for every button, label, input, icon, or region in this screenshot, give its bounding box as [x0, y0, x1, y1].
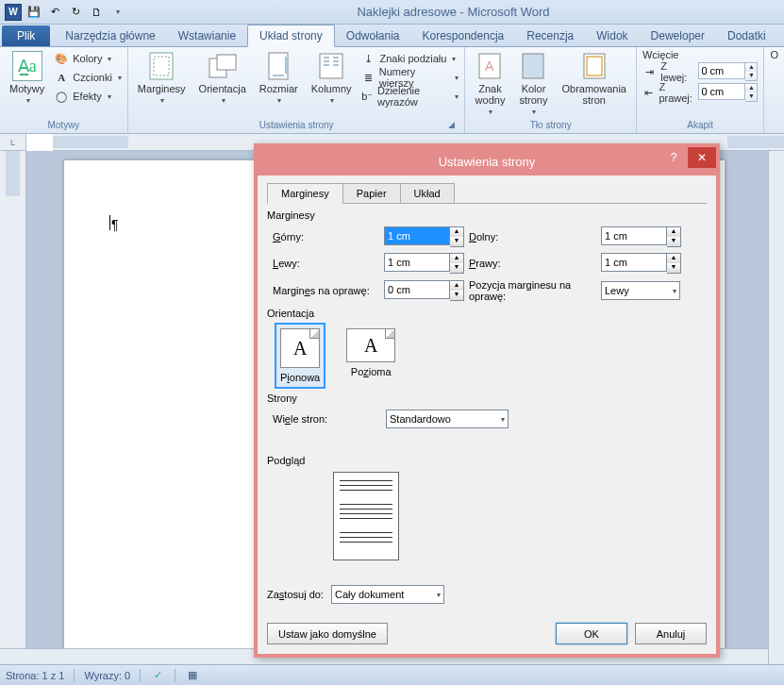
file-tab[interactable]: Plik: [2, 25, 50, 46]
breaks-button[interactable]: ⤓Znaki podziału▾: [361, 49, 459, 68]
dialog-body: Marginesy Papier Układ Marginesy Górny: …: [258, 175, 716, 654]
indent-right-icon: ⇤: [642, 85, 655, 100]
spin-down[interactable]: ▼: [667, 263, 680, 273]
tab-paper[interactable]: Papier: [342, 183, 401, 203]
line-numbers-button[interactable]: ≣Numery wierszy▾: [361, 68, 459, 87]
fonts-button[interactable]: ACzcionki▾: [54, 68, 122, 87]
status-page[interactable]: Strona: 1 z 1: [6, 670, 64, 681]
tab-page-layout[interactable]: Układ strony: [247, 25, 335, 47]
effects-button[interactable]: ◯Efekty▾: [54, 87, 122, 106]
macro-icon[interactable]: ▦: [185, 668, 200, 683]
chevron-down-icon: ▾: [108, 92, 111, 101]
columns-button[interactable]: Kolumny▾: [308, 49, 356, 107]
status-words[interactable]: Wyrazy: 0: [84, 670, 130, 681]
chevron-down-icon: ▾: [673, 287, 676, 295]
breaks-icon: ⤓: [361, 51, 376, 66]
tab-review[interactable]: Recenzja: [515, 25, 585, 46]
spin-up[interactable]: ▲: [745, 63, 757, 72]
tab-margins[interactable]: Marginesy: [267, 183, 343, 204]
cancel-button[interactable]: Anuluj: [635, 623, 707, 644]
spin-up[interactable]: ▲: [450, 227, 463, 237]
section-pages: Strony: [267, 393, 707, 404]
hyphenation-button[interactable]: b⁻Dzielenie wyrazów▾: [361, 87, 459, 106]
tab-insert[interactable]: Wstawianie: [167, 25, 247, 46]
tab-selector[interactable]: L: [0, 134, 26, 151]
hyphenation-icon: b⁻: [361, 89, 374, 104]
vertical-ruler[interactable]: [0, 151, 26, 666]
input-bottom[interactable]: [601, 226, 667, 245]
undo-button[interactable]: ↶: [45, 3, 64, 22]
spin-up[interactable]: ▲: [450, 254, 463, 263]
chevron-down-icon: ▾: [160, 96, 164, 105]
dialog-titlebar[interactable]: Ustawienia strony ? ✕: [258, 147, 716, 175]
spin-down[interactable]: ▼: [667, 237, 680, 246]
group-themes: A̲a Motywy ▾ 🎨Kolory▾ ACzcionki▾ ◯Efekty…: [0, 47, 128, 133]
indent-left-input[interactable]: [698, 62, 745, 79]
indent-left-icon: ⇥: [642, 64, 657, 79]
portrait-icon: A: [280, 328, 320, 368]
orientation-row: A Pionowa A Pozioma: [276, 325, 707, 387]
input-left[interactable]: [384, 253, 450, 272]
watermark-button[interactable]: AZnak wodny▾: [471, 49, 509, 118]
close-button[interactable]: ✕: [688, 147, 716, 168]
spin-up[interactable]: ▲: [667, 254, 680, 263]
tab-addins[interactable]: Dodatki: [716, 25, 777, 46]
tab-references[interactable]: Odwołania: [335, 25, 411, 46]
indent-right-input[interactable]: [698, 83, 745, 100]
chevron-down-icon: ▾: [489, 108, 492, 116]
select-multi-pages[interactable]: Standardowo▾: [386, 409, 509, 428]
chevron-down-icon: ▾: [455, 92, 459, 101]
tab-developer[interactable]: Deweloper: [640, 25, 716, 46]
line-numbers-icon: ≣: [361, 70, 375, 85]
colors-icon: 🎨: [54, 51, 69, 66]
orientation-button[interactable]: Orientacja▾: [195, 49, 250, 107]
spin-down[interactable]: ▼: [745, 72, 757, 80]
caret: [109, 215, 110, 230]
input-top[interactable]: [384, 226, 450, 245]
spin-up[interactable]: ▲: [450, 281, 463, 291]
tab-view[interactable]: Widok: [585, 25, 639, 46]
text-cursor: ¶: [111, 217, 119, 232]
themes-button[interactable]: A̲a Motywy ▾: [6, 49, 48, 107]
ribbon: A̲a Motywy ▾ 🎨Kolory▾ ACzcionki▾ ◯Efekty…: [0, 47, 784, 134]
save-icon: 💾: [26, 5, 42, 20]
spin-down[interactable]: ▼: [450, 291, 463, 300]
dialog-buttons: OK Anuluj: [556, 623, 707, 644]
orientation-landscape[interactable]: A Pozioma: [342, 325, 399, 387]
qat-item[interactable]: 🗋: [87, 3, 106, 22]
select-gutter-pos[interactable]: Lewy▾: [601, 281, 680, 300]
word-icon[interactable]: W: [4, 3, 23, 22]
margins-button[interactable]: Marginesy▾: [134, 49, 190, 107]
chevron-down-icon: ▾: [437, 591, 441, 599]
theme-options: 🎨Kolory▾ ACzcionki▾ ◯Efekty▾: [54, 49, 122, 106]
spin-down[interactable]: ▼: [745, 92, 757, 101]
spin-up[interactable]: ▲: [745, 84, 757, 92]
ok-button[interactable]: OK: [556, 623, 627, 644]
page-borders-button[interactable]: Obramowania stron: [558, 49, 629, 108]
select-apply-to[interactable]: Cały dokument▾: [331, 585, 444, 604]
redo-button[interactable]: ↻: [66, 3, 85, 22]
tab-home[interactable]: Narzędzia główne: [54, 25, 166, 46]
label-left: Lewy:: [273, 258, 384, 269]
qat-customize[interactable]: ▾: [108, 3, 126, 22]
help-button[interactable]: ?: [659, 147, 688, 168]
chevron-down-icon: ▾: [26, 96, 30, 105]
tab-mailings[interactable]: Korespondencja: [411, 25, 516, 46]
set-default-button[interactable]: Ustaw jako domyślne: [267, 623, 388, 644]
dialog-launcher[interactable]: ◢: [445, 120, 457, 131]
vertical-scrollbar[interactable]: [768, 151, 784, 664]
input-gutter[interactable]: [384, 280, 450, 299]
spin-down[interactable]: ▼: [450, 263, 463, 273]
size-button[interactable]: Rozmiar▾: [256, 49, 302, 107]
tab-layout[interactable]: Układ: [400, 183, 455, 203]
input-right[interactable]: [601, 253, 667, 272]
colors-button[interactable]: 🎨Kolory▾: [54, 49, 122, 68]
status-bar: Strona: 1 z 1 Wyrazy: 0 ✓ ▦: [0, 664, 784, 685]
save-button[interactable]: 💾: [25, 3, 43, 22]
spin-down[interactable]: ▼: [450, 237, 463, 246]
orientation-portrait[interactable]: A Pionowa: [276, 325, 324, 387]
spin-up[interactable]: ▲: [667, 227, 680, 237]
spellcheck-icon[interactable]: ✓: [150, 668, 165, 683]
chevron-down-icon: ▾: [532, 108, 536, 116]
page-color-button[interactable]: Kolor strony▾: [514, 49, 552, 118]
